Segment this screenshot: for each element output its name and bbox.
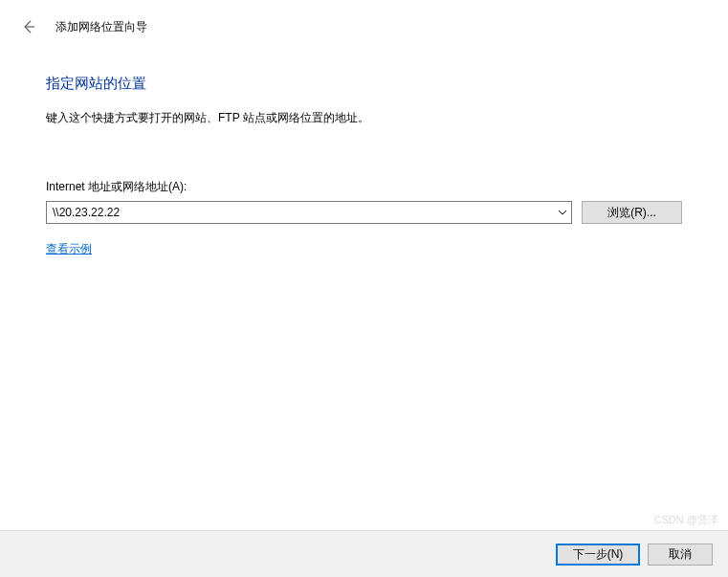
back-button[interactable] bbox=[19, 17, 38, 36]
arrow-left-icon bbox=[21, 19, 36, 34]
address-combo[interactable] bbox=[46, 201, 572, 224]
chevron-down-icon bbox=[558, 210, 567, 215]
address-input[interactable] bbox=[47, 202, 554, 223]
cancel-button[interactable]: 取消 bbox=[648, 544, 713, 566]
footer-bar: 下一步(N) 取消 bbox=[0, 530, 728, 577]
address-dropdown-button[interactable] bbox=[554, 202, 571, 223]
address-label: Internet 地址或网络地址(A): bbox=[46, 179, 682, 195]
next-button[interactable]: 下一步(N) bbox=[556, 544, 640, 566]
page-description: 键入这个快捷方式要打开的网站、FTP 站点或网络位置的地址。 bbox=[46, 110, 682, 126]
watermark: CSDN @贤泽 bbox=[654, 513, 718, 527]
window-title: 添加网络位置向导 bbox=[55, 19, 147, 35]
page-heading: 指定网站的位置 bbox=[46, 75, 682, 93]
view-example-link[interactable]: 查看示例 bbox=[46, 242, 92, 255]
browse-button[interactable]: 浏览(R)... bbox=[582, 201, 682, 224]
